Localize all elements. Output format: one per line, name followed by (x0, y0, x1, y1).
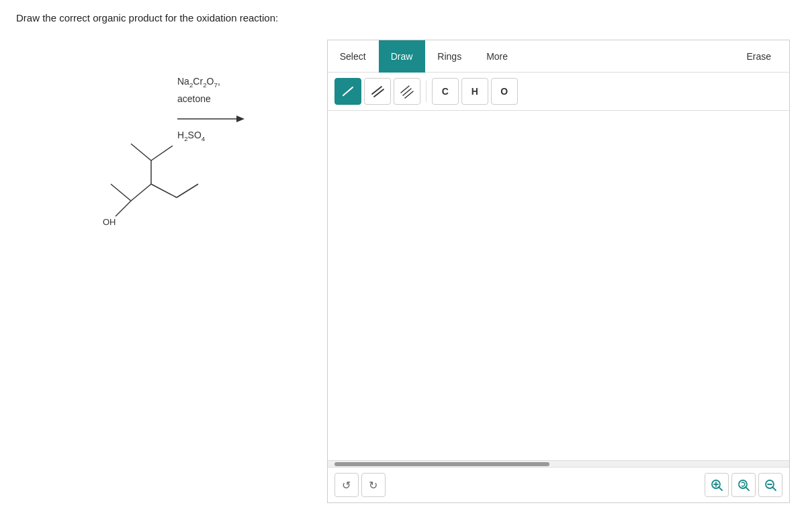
scrollbar-area[interactable] (328, 460, 789, 467)
page: Draw the correct organic product for the… (0, 0, 806, 515)
redo-button[interactable]: ↻ (361, 473, 386, 497)
reagent-line1: Na2Cr2O7, (177, 73, 244, 91)
single-bond-button[interactable] (334, 78, 361, 105)
double-bond-icon (370, 84, 385, 99)
svg-line-10 (343, 87, 353, 95)
triple-bond-button[interactable] (394, 78, 420, 105)
svg-line-0 (116, 201, 131, 216)
single-bond-icon (341, 84, 355, 99)
svg-line-6 (131, 144, 151, 161)
rings-button[interactable]: Rings (425, 40, 474, 73)
triple-bond-icon (400, 84, 414, 99)
question-text: Draw the correct organic product for the… (16, 12, 790, 24)
undo-icon: ↺ (342, 479, 351, 492)
select-button[interactable]: Select (328, 40, 379, 73)
more-button[interactable]: More (474, 40, 521, 73)
zoom-reset-button[interactable] (731, 473, 756, 497)
zoom-reset-icon (737, 478, 750, 492)
content-area: OH Na2 (16, 40, 790, 503)
bond-tools-row: C H O (328, 73, 789, 111)
reagent-h2so4: H2SO4 (177, 130, 244, 142)
scrollbar-thumb (334, 462, 549, 466)
svg-line-2 (131, 184, 151, 201)
svg-line-17 (719, 487, 722, 490)
toolbar: Select Draw Rings More Erase (328, 40, 789, 73)
svg-line-7 (151, 146, 173, 161)
svg-line-21 (746, 487, 749, 490)
svg-marker-9 (236, 116, 244, 122)
svg-line-4 (151, 184, 177, 197)
draw-panel: Select Draw Rings More Erase (327, 40, 790, 503)
zoom-in-icon (710, 478, 723, 492)
undo-redo-group: ↺ ↻ (334, 473, 386, 497)
undo-button[interactable]: ↺ (334, 473, 359, 497)
canvas-area[interactable] (328, 111, 789, 460)
zoom-out-button[interactable] (758, 473, 782, 497)
erase-button[interactable]: Erase (734, 40, 784, 73)
oh-label: OH (103, 217, 116, 227)
bond-sep (426, 81, 427, 102)
svg-line-5 (177, 184, 198, 197)
draw-button[interactable]: Draw (379, 40, 426, 73)
redo-icon: ↻ (369, 479, 377, 492)
molecule-svg: OH (64, 93, 279, 248)
bottom-controls: ↺ ↻ (328, 467, 789, 502)
double-bond-button[interactable] (364, 78, 391, 105)
reaction-arrow (177, 112, 244, 126)
svg-line-1 (111, 184, 131, 201)
reagent-line2: acetone (177, 91, 244, 107)
atom-o-button[interactable]: O (491, 78, 518, 105)
svg-line-11 (372, 87, 382, 94)
zoom-out-icon (764, 478, 777, 492)
zoom-in-button[interactable] (705, 473, 729, 497)
svg-line-12 (374, 89, 384, 97)
zoom-controls-group (705, 473, 782, 497)
atom-c-button[interactable]: C (432, 78, 459, 105)
reaction-conditions-block: Na2Cr2O7, acetone H2SO4 (177, 73, 244, 142)
reaction-area: OH Na2 (16, 40, 327, 248)
atom-h-button[interactable]: H (461, 78, 488, 105)
svg-line-23 (772, 487, 776, 490)
